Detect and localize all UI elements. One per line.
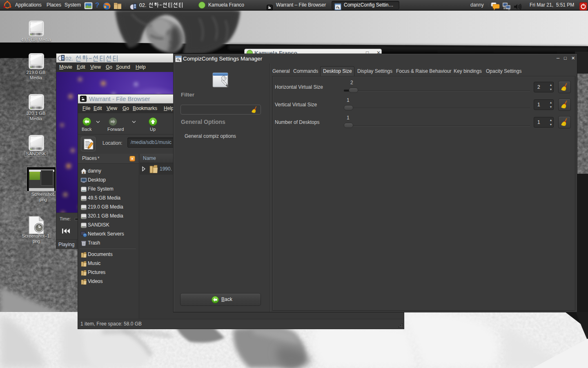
svg-text:02.: 02. — [139, 2, 146, 8]
svg-text:02.: 02. — [65, 56, 73, 62]
